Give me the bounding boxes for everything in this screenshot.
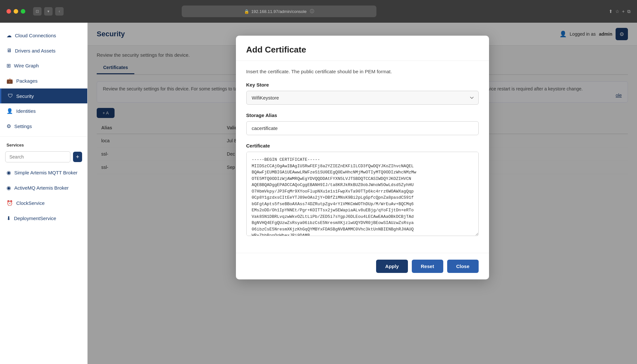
sidebar-item-drivers-and-assets[interactable]: 🖥 Drivers and Assets (0, 43, 87, 58)
grid-icon: ⊞ (6, 63, 11, 69)
mqtt-icon: ◉ (6, 170, 11, 176)
chevron-down-icon[interactable]: ▾ (44, 7, 53, 16)
services-section-label: Services (0, 139, 87, 149)
browser-action-icons: ⬆ ☆ + ⧉ (609, 9, 631, 14)
browser-chrome: ⊡ ▾ ‹ 🔒 192.168.11.97/admin/console ⓘ ⬆ … (0, 0, 637, 23)
certificate-group: Certificate -----BEGIN CERTIFICATE----- … (246, 143, 479, 237)
info-icon: ⓘ (310, 8, 314, 14)
tab-icon[interactable]: ⧉ (627, 9, 631, 14)
sidebar-item-packages[interactable]: 💼 Packages (0, 73, 87, 88)
certificate-textarea[interactable]: -----BEGIN CERTIFICATE----- MIIDSzCCAjOg… (246, 152, 479, 236)
traffic-lights (6, 9, 25, 14)
sidebar-item-settings[interactable]: ⚙ Settings (0, 119, 87, 134)
close-button[interactable]: Close (447, 260, 479, 273)
key-store-group: Key Store WifiKeystore DefaultKeystore S… (246, 82, 479, 105)
url-text: 192.168.11.97/admin/console (251, 9, 307, 14)
certificate-label: Certificate (246, 143, 479, 148)
search-row: + (0, 149, 87, 165)
sidebar-divider (0, 136, 87, 137)
download-icon: ⬇ (6, 215, 11, 221)
search-input[interactable] (5, 151, 70, 162)
browser-controls: ⊡ ▾ ‹ (33, 7, 64, 16)
content-area: Security 👤 Logged in as admin ⚙ Review t… (88, 23, 637, 364)
shield-icon: 🛡 (8, 93, 13, 99)
share-icon[interactable]: ⬆ (609, 9, 613, 14)
sidebar-item-wire-graph[interactable]: ⊞ Wire Graph (0, 58, 87, 73)
add-certificate-modal: Add Certificate Insert the certificate. … (236, 36, 489, 279)
briefcase-icon: 💼 (6, 78, 13, 84)
sidebar-item-deployment-service[interactable]: ⬇ DeploymentService (0, 211, 87, 226)
minimize-traffic-light[interactable] (14, 9, 18, 14)
sidebar-item-security[interactable]: 🛡 Security (0, 88, 87, 103)
storage-alias-label: Storage Alias (246, 112, 479, 118)
maximize-traffic-light[interactable] (21, 9, 25, 14)
modal-description: Insert the certificate. The public certi… (246, 69, 479, 74)
close-traffic-light[interactable] (6, 9, 11, 14)
desktop-icon: 🖥 (6, 48, 12, 53)
sidebar-item-clock-service[interactable]: ⏰ ClockService (0, 195, 87, 211)
sidebar-item-activemq-artemis[interactable]: ◉ ActiveMQ Artemis Broker (0, 180, 87, 195)
back-icon[interactable]: ‹ (55, 7, 64, 16)
address-bar[interactable]: 🔒 192.168.11.97/admin/console ⓘ (182, 6, 376, 17)
modal-body: Insert the certificate. The public certi… (236, 61, 489, 253)
gear-icon: ⚙ (6, 123, 11, 129)
reset-button[interactable]: Reset (412, 260, 443, 273)
sidebar-item-simple-artemis-mqtt[interactable]: ◉ Simple Artemis MQTT Broker (0, 165, 87, 180)
clock-icon: ⏰ (6, 200, 13, 206)
add-service-button[interactable]: + (73, 152, 82, 162)
modal-footer: Apply Reset Close (236, 253, 489, 279)
modal-overlay: Add Certificate Insert the certificate. … (88, 23, 637, 364)
sidebar-item-identities[interactable]: 👤 Identities (0, 103, 87, 119)
window-toggle-icon[interactable]: ⊡ (33, 7, 42, 16)
main-layout: ☁ Cloud Connections 🖥 Drivers and Assets… (0, 23, 637, 364)
apply-button[interactable]: Apply (376, 260, 408, 273)
key-store-label: Key Store (246, 82, 479, 88)
modal-title: Add Certificate (246, 45, 479, 55)
add-tab-icon[interactable]: + (622, 9, 625, 14)
modal-header: Add Certificate (236, 36, 489, 61)
person-icon: 👤 (6, 108, 13, 114)
storage-alias-input[interactable] (246, 121, 479, 135)
lock-icon: 🔒 (244, 9, 249, 14)
sidebar-item-cloud-connections[interactable]: ☁ Cloud Connections (0, 28, 87, 43)
bookmark-icon[interactable]: ☆ (615, 9, 619, 14)
activemq-icon: ◉ (6, 185, 11, 191)
sidebar: ☁ Cloud Connections 🖥 Drivers and Assets… (0, 23, 88, 364)
cloud-icon: ☁ (6, 32, 12, 39)
key-store-select[interactable]: WifiKeystore DefaultKeystore SSLKeystore (246, 91, 479, 105)
storage-alias-group: Storage Alias (246, 112, 479, 135)
